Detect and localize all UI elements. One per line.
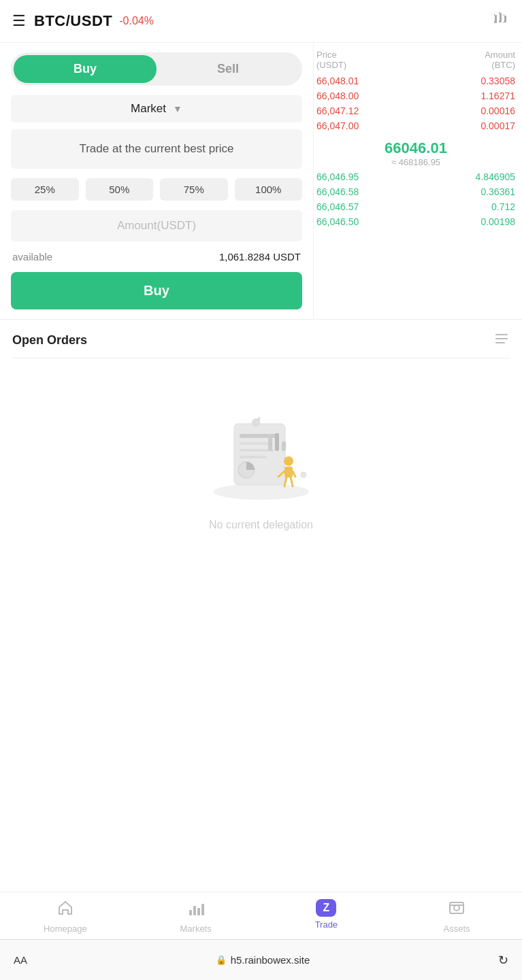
buy-price-1: 66,046.95: [316, 171, 359, 182]
assets-nav-label: Assets: [444, 924, 470, 934]
buy-price-3: 66,046.57: [316, 201, 359, 212]
sell-amount-2: 1.16271: [480, 90, 515, 101]
open-orders-title: Open Orders: [12, 333, 87, 348]
svg-rect-10: [495, 338, 508, 339]
svg-rect-7: [504, 14, 504, 16]
sell-amount-1: 0.33058: [480, 75, 515, 86]
markets-nav-label: Markets: [180, 924, 212, 934]
empty-orders-state: No current delegation: [0, 369, 522, 572]
sell-amount-3: 0.00016: [480, 105, 515, 116]
pct-75-button[interactable]: 75%: [160, 178, 228, 201]
buy-order-row-3: 66,046.57 0.712: [316, 201, 515, 212]
main-content: Buy Sell Market ▼ Trade at the current b…: [0, 43, 522, 319]
market-type-label: Market: [131, 102, 166, 116]
sell-order-row-3: 66,047.12 0.00016: [316, 105, 515, 116]
svg-rect-1: [494, 14, 495, 16]
open-orders-section: Open Orders: [0, 319, 522, 369]
trade-info-box: Trade at the current best price: [11, 129, 302, 169]
bottom-navigation: Homepage Markets Z Trade Assets: [0, 892, 522, 939]
nav-item-markets[interactable]: Markets: [169, 899, 223, 934]
home-icon: [56, 899, 74, 921]
buy-amount-4: 0.00198: [480, 216, 515, 227]
browser-aa-button[interactable]: AA: [14, 954, 27, 966]
nav-item-homepage[interactable]: Homepage: [38, 899, 93, 934]
trade-panel: Buy Sell Market ▼ Trade at the current b…: [0, 43, 313, 319]
svg-rect-2: [494, 21, 495, 23]
buy-order-row-2: 66,046.58 0.36361: [316, 186, 515, 197]
buy-orders-list: 66,046.95 4.846905 66,046.58 0.36361 66,…: [316, 171, 515, 227]
trade-badge-letter: Z: [323, 902, 329, 914]
svg-line-25: [293, 471, 295, 477]
amount-column-header: Amount (BTC): [485, 50, 515, 70]
price-label: Price: [316, 50, 346, 60]
buy-amount-1: 4.846905: [476, 171, 515, 182]
svg-rect-0: [495, 15, 497, 23]
buy-order-row-4: 66,046.50 0.00198: [316, 216, 515, 227]
empty-illustration: [193, 396, 329, 505]
mid-price-display: 66046.01 ≈ 468186.95: [316, 135, 515, 169]
menu-icon[interactable]: ☰: [12, 12, 26, 30]
svg-rect-15: [240, 442, 270, 445]
buy-tab[interactable]: Buy: [14, 55, 157, 83]
pct-25-button[interactable]: 25%: [11, 178, 79, 201]
chevron-down-icon: ▼: [173, 103, 182, 114]
available-value: 1,061.8284 USDT: [219, 251, 301, 263]
buy-sell-toggle: Buy Sell: [11, 52, 302, 86]
svg-rect-20: [275, 433, 279, 451]
empty-delegation-text: No current delegation: [209, 519, 313, 531]
order-book-header: Price (USDT) Amount (BTC): [316, 50, 515, 70]
browser-url-bar[interactable]: 🔒 h5.rainbowex.site: [216, 954, 310, 966]
buy-price-4: 66,046.50: [316, 216, 359, 227]
svg-point-12: [214, 484, 309, 500]
nav-item-trade[interactable]: Z Trade: [299, 899, 353, 934]
svg-rect-3: [500, 13, 502, 22]
pct-100-button[interactable]: 100%: [235, 178, 303, 201]
nav-item-assets[interactable]: Assets: [429, 899, 484, 934]
browser-refresh-button[interactable]: ↻: [498, 953, 508, 968]
browser-bar: AA 🔒 h5.rainbowex.site ↻: [0, 939, 522, 980]
svg-rect-34: [201, 904, 204, 915]
sell-order-row-1: 66,048.01 0.33058: [316, 75, 515, 86]
trade-nav-badge: Z: [316, 899, 336, 917]
svg-rect-32: [193, 906, 196, 915]
price-column-header: Price (USDT): [316, 50, 346, 70]
open-orders-header: Open Orders: [12, 331, 510, 351]
svg-rect-19: [268, 437, 272, 451]
current-price: 66046.01: [316, 139, 515, 157]
trading-pair-title: BTC/USDT: [34, 12, 112, 30]
svg-point-36: [454, 905, 459, 911]
url-text: h5.rainbowex.site: [231, 954, 310, 966]
svg-rect-17: [240, 456, 267, 458]
buy-price-2: 66,046.58: [316, 186, 359, 197]
amount-unit-label: (BTC): [485, 60, 515, 70]
sell-tab[interactable]: Sell: [157, 55, 299, 83]
homepage-nav-label: Homepage: [44, 924, 87, 934]
svg-rect-21: [282, 441, 286, 451]
chart-icon[interactable]: [491, 10, 510, 33]
lock-icon: 🔒: [216, 955, 227, 965]
svg-rect-30: [258, 417, 260, 421]
pct-50-button[interactable]: 50%: [86, 178, 154, 201]
amount-input[interactable]: [20, 219, 293, 233]
sell-price-3: 66,047.12: [316, 105, 359, 116]
svg-rect-11: [495, 342, 505, 343]
orders-list-icon[interactable]: [493, 331, 510, 351]
svg-rect-5: [499, 20, 500, 22]
amount-input-wrapper: [11, 210, 302, 241]
amount-label: Amount: [485, 50, 515, 60]
submit-buy-button[interactable]: Buy: [11, 272, 302, 309]
sell-price-1: 66,048.01: [316, 75, 359, 86]
svg-rect-33: [197, 908, 200, 915]
market-type-dropdown[interactable]: Market ▼: [11, 95, 302, 122]
svg-rect-8: [504, 21, 504, 23]
sell-amount-4: 0.00017: [480, 120, 515, 131]
available-balance-row: available 1,061.8284 USDT: [11, 251, 302, 263]
svg-point-22: [284, 456, 293, 466]
header: ☰ BTC/USDT -0.04%: [0, 0, 522, 43]
order-book-panel: Price (USDT) Amount (BTC) 66,048.01 0.33…: [313, 43, 522, 319]
sell-orders-list: 66,048.01 0.33058 66,048.00 1.16271 66,0…: [316, 75, 515, 131]
svg-rect-31: [189, 910, 192, 915]
sell-price-4: 66,047.00: [316, 120, 359, 131]
percentage-buttons: 25% 50% 75% 100%: [11, 178, 302, 201]
orders-divider: [12, 358, 510, 358]
